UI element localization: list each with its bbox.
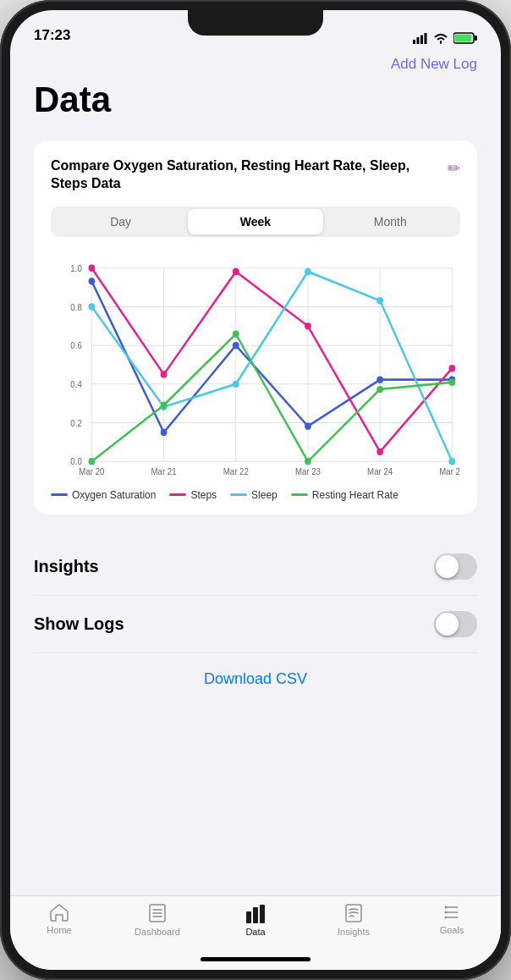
svg-text:0.6: 0.6 (70, 341, 82, 350)
svg-rect-3 (425, 33, 427, 44)
svg-point-66 (445, 906, 448, 909)
svg-point-46 (305, 267, 311, 274)
home-icon (49, 903, 69, 922)
svg-text:Mar 20: Mar 20 (79, 466, 104, 476)
legend-hr-label: Resting Heart Rate (312, 489, 398, 501)
tab-data-label: Data (245, 927, 265, 937)
tab-data[interactable]: Data (206, 903, 305, 937)
svg-point-49 (89, 458, 96, 465)
battery-icon (453, 32, 477, 44)
svg-rect-0 (413, 40, 415, 44)
legend-steps: Steps (169, 489, 217, 501)
svg-point-35 (376, 376, 383, 383)
svg-point-51 (233, 330, 239, 337)
page-title: Data (34, 80, 477, 120)
svg-rect-1 (417, 37, 420, 44)
screen-content[interactable]: Add New Log Data Compare Oxygen Saturati… (10, 52, 501, 895)
status-time: 17:23 (34, 27, 70, 46)
show-logs-toggle[interactable] (434, 611, 477, 637)
tab-goals[interactable]: Goals (403, 903, 501, 935)
data-icon (245, 903, 266, 923)
period-week[interactable]: Week (188, 209, 322, 234)
insights-toggle[interactable] (434, 553, 477, 580)
svg-text:Mar 22: Mar 22 (223, 466, 249, 476)
period-day[interactable]: Day (53, 209, 188, 234)
svg-text:Mar 21: Mar 21 (151, 466, 177, 476)
svg-point-50 (161, 401, 168, 408)
phone-screen: 17:23 (10, 10, 501, 970)
svg-point-53 (376, 386, 383, 393)
period-selector: Day Week Month (51, 206, 460, 237)
svg-point-33 (233, 342, 239, 349)
svg-point-54 (448, 378, 455, 385)
tab-insights-label: Insights (338, 927, 370, 937)
tab-dashboard[interactable]: Dashboard (108, 903, 206, 937)
svg-text:Mar 25: Mar 25 (439, 466, 460, 476)
dashboard-icon (148, 903, 167, 923)
svg-text:Mar 23: Mar 23 (295, 466, 321, 476)
tab-dashboard-label: Dashboard (135, 927, 180, 937)
legend-steps-line (169, 493, 186, 496)
svg-point-52 (305, 458, 311, 465)
svg-point-39 (233, 267, 239, 274)
svg-point-47 (376, 297, 383, 304)
legend-sleep-label: Sleep (251, 489, 277, 501)
chart-container: 1.0 0.8 0.6 0.4 0.2 0.0 Mar 20 Mar 21 Ma… (51, 251, 460, 479)
show-logs-toggle-knob (436, 613, 459, 636)
add-new-log-button[interactable]: Add New Log (391, 56, 477, 73)
svg-point-34 (305, 422, 311, 429)
svg-point-37 (89, 264, 96, 271)
svg-rect-6 (455, 35, 472, 42)
legend-sleep-line (230, 493, 247, 496)
goals-icon (442, 903, 461, 922)
svg-point-68 (445, 917, 448, 919)
notch (188, 10, 323, 36)
insights-label: Insights (34, 557, 99, 576)
tab-insights[interactable]: Insights (305, 903, 403, 937)
svg-rect-5 (475, 36, 477, 41)
svg-rect-2 (420, 35, 423, 44)
legend-heart-rate: Resting Heart Rate (291, 489, 398, 501)
insights-icon (344, 903, 363, 923)
wifi-icon (433, 32, 448, 44)
svg-point-48 (448, 458, 455, 465)
svg-text:0.4: 0.4 (70, 379, 82, 388)
svg-point-31 (89, 278, 96, 284)
svg-point-43 (89, 303, 96, 310)
svg-point-32 (161, 428, 168, 435)
download-csv-button[interactable]: Download CSV (34, 653, 477, 702)
legend-oxygen-line (51, 493, 68, 496)
card-header: Compare Oxygen Saturation, Resting Heart… (51, 157, 460, 193)
svg-text:0.0: 0.0 (70, 457, 82, 466)
chart-legend: Oxygen Saturation Steps Sleep Resting He… (51, 489, 460, 501)
show-logs-row: Show Logs (34, 596, 477, 653)
tab-home-label: Home (47, 925, 71, 935)
svg-text:0.2: 0.2 (70, 418, 82, 427)
tab-home[interactable]: Home (10, 903, 108, 935)
svg-point-42 (448, 365, 455, 372)
svg-rect-61 (260, 905, 265, 923)
legend-oxygen-label: Oxygen Saturation (72, 489, 156, 501)
insights-row: Insights (34, 538, 477, 596)
svg-point-41 (376, 448, 383, 454)
legend-oxygen: Oxygen Saturation (51, 489, 156, 501)
legend-steps-label: Steps (190, 489, 217, 501)
svg-rect-62 (346, 905, 361, 922)
tab-goals-label: Goals (440, 925, 464, 935)
legend-sleep: Sleep (230, 489, 277, 501)
chart-svg: 1.0 0.8 0.6 0.4 0.2 0.0 Mar 20 Mar 21 Ma… (51, 251, 460, 479)
chart-card: Compare Oxygen Saturation, Resting Heart… (34, 140, 477, 515)
legend-hr-line (291, 493, 308, 496)
svg-point-45 (233, 380, 239, 387)
svg-point-38 (161, 371, 168, 377)
svg-text:0.8: 0.8 (70, 302, 82, 311)
edit-icon[interactable]: ✏ (448, 159, 460, 178)
header-row: Add New Log (34, 52, 477, 80)
card-title: Compare Oxygen Saturation, Resting Heart… (51, 157, 441, 193)
svg-rect-59 (246, 911, 251, 923)
svg-rect-60 (253, 907, 258, 923)
svg-point-67 (445, 911, 448, 914)
period-month[interactable]: Month (323, 209, 458, 234)
svg-point-40 (305, 322, 311, 329)
show-logs-label: Show Logs (34, 614, 124, 634)
